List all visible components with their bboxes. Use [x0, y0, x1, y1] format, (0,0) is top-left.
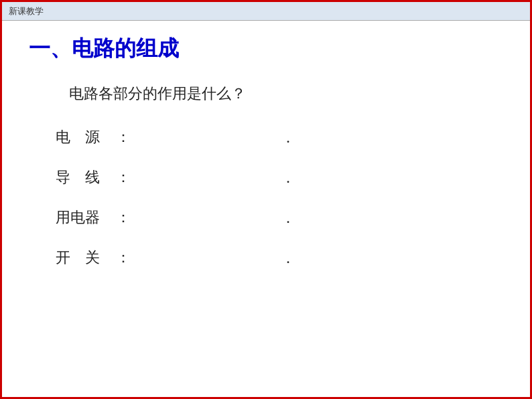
item-line-3: [136, 258, 283, 258]
subtitle: 电路各部分的作用是什么？: [69, 84, 503, 104]
list-item: 电 源 ： .: [56, 127, 503, 147]
slide-container: 新课教学 一、电路的组成 电路各部分的作用是什么？ 电 源 ： . 导 线 ： …: [0, 0, 532, 399]
list-item: 导 线 ： .: [56, 167, 503, 187]
item-colon-0: ：: [116, 127, 131, 147]
item-label-0: 电 源: [56, 127, 116, 147]
item-line-0: [136, 137, 283, 138]
item-dot-3: .: [286, 249, 290, 267]
item-dot-1: .: [286, 169, 290, 187]
item-dot-2: .: [286, 209, 290, 227]
item-colon-2: ：: [116, 208, 131, 228]
item-label-3: 开 关: [56, 248, 116, 268]
content-area: 一、电路的组成 电路各部分的作用是什么？ 电 源 ： . 导 线 ： . 用电器…: [2, 21, 530, 301]
item-line-2: [136, 218, 283, 218]
item-label-2: 用电器: [56, 208, 116, 228]
item-dot-0: .: [286, 129, 290, 147]
top-bar: 新课教学: [2, 2, 530, 21]
item-colon-1: ：: [116, 167, 131, 187]
list-item: 用电器 ： .: [56, 208, 503, 228]
item-line-1: [136, 177, 283, 178]
top-bar-title: 新课教学: [9, 5, 44, 17]
item-colon-3: ：: [116, 248, 131, 268]
list-item: 开 关 ： .: [56, 248, 503, 268]
item-label-1: 导 线: [56, 167, 116, 187]
main-title: 一、电路的组成: [29, 34, 503, 64]
